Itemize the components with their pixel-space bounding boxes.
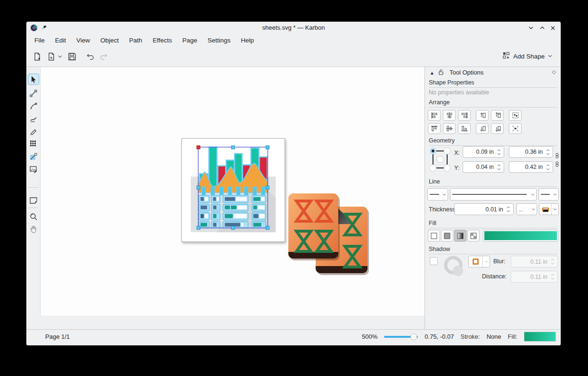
pen-tool[interactable] — [28, 100, 39, 112]
main-toolbar: Add Shape — [26, 46, 561, 67]
open-document-icon[interactable] — [46, 51, 57, 62]
collapse-icon[interactable]: ▲ — [430, 70, 434, 75]
align-left-button[interactable] — [428, 110, 441, 121]
send-to-back-button[interactable] — [491, 123, 504, 134]
pan-tool[interactable] — [28, 224, 39, 235]
menu-item-help[interactable]: Help — [236, 35, 259, 45]
x-label: X: — [454, 150, 460, 156]
align-bottom-button[interactable] — [458, 123, 471, 134]
fill-pattern-button[interactable] — [467, 230, 480, 242]
dash-pattern-combo[interactable]: ... — [516, 203, 537, 215]
fill-solid-button[interactable] — [441, 230, 453, 242]
align-top-button[interactable] — [428, 123, 441, 134]
height-spinbox[interactable]: 0.42 in — [509, 161, 553, 173]
gradient-tool[interactable] — [28, 151, 39, 162]
no-properties-text: No properties available — [429, 89, 489, 96]
bring-to-front-button[interactable] — [491, 110, 504, 121]
menu-item-settings[interactable]: Settings — [202, 35, 236, 45]
fill-none-button[interactable] — [428, 230, 440, 242]
align-hcenter-button[interactable] — [443, 110, 456, 121]
open-dropdown-chevron-icon[interactable] — [57, 51, 63, 62]
undo-icon[interactable] — [85, 51, 96, 62]
menu-item-effects[interactable]: Effects — [147, 35, 177, 45]
ungroup-shapes-button[interactable] — [509, 123, 522, 134]
raise-shape-button[interactable] — [476, 110, 489, 121]
add-shape-chevron-icon — [548, 55, 552, 58]
karbon-window: sheets.svg * — Karbon FileEditViewObject… — [26, 21, 561, 346]
x-spinbox[interactable]: 0.09 in — [463, 146, 504, 158]
shadow-enable-checkbox[interactable] — [430, 257, 438, 265]
cap-join-style-button[interactable] — [539, 203, 559, 215]
stroke-value: None — [487, 333, 501, 340]
menu-item-object[interactable]: Object — [95, 35, 124, 45]
chart-artwork[interactable] — [182, 139, 285, 242]
new-document-icon[interactable] — [32, 51, 42, 62]
chart-band — [199, 187, 268, 192]
lower-shape-button[interactable] — [476, 123, 489, 134]
shadow-preview[interactable] — [444, 256, 466, 280]
sheets-icon-artwork[interactable] — [287, 191, 371, 276]
keep-ratio-chain-icon[interactable] — [555, 153, 559, 160]
menu-item-view[interactable]: View — [71, 35, 95, 45]
menubar: FileEditViewObjectPathEffectsPageSetting… — [29, 34, 259, 46]
gradient-preview[interactable] — [483, 230, 558, 242]
edit-path-tool[interactable] — [28, 88, 39, 99]
shape-properties-header: Shape Properties — [429, 79, 557, 88]
group-shapes-button[interactable] — [509, 110, 522, 121]
menu-item-page[interactable]: Page — [177, 35, 203, 45]
keep-ratio-chain-icon-2[interactable] — [555, 161, 559, 168]
lock-icon[interactable] — [438, 69, 444, 76]
dock-separator — [28, 187, 38, 188]
align-vcenter-button[interactable] — [443, 123, 456, 134]
zoom-level[interactable]: 500% — [362, 333, 377, 340]
butt-cap-icon — [542, 207, 549, 212]
menu-item-file[interactable]: File — [29, 35, 50, 45]
fill-gradient-button[interactable] — [454, 230, 466, 242]
add-shape-icon — [503, 52, 510, 60]
tool-dock — [26, 67, 40, 330]
menu-item-path[interactable]: Path — [124, 35, 147, 45]
minimize-button[interactable] — [527, 24, 535, 32]
status-bar: Page 1/1 500% 0.75, -0.07 Stroke: None F… — [26, 329, 561, 343]
float-docker-icon[interactable]: ◇ — [552, 69, 556, 75]
distance-label: Distance: — [482, 273, 506, 280]
fill-header: Fill — [429, 220, 557, 228]
zoom-slider[interactable] — [384, 334, 418, 340]
y-label: Y: — [454, 165, 459, 171]
align-right-button[interactable] — [458, 110, 471, 121]
calligraphy-tool[interactable] — [28, 113, 39, 125]
shadow-color-button[interactable] — [468, 256, 490, 267]
redo-icon[interactable] — [98, 51, 109, 62]
tool-options-docker: ▲ Tool Options ◇ Shape Properties No pro… — [425, 67, 561, 330]
fill-swatch[interactable] — [524, 332, 556, 342]
zoom-tool[interactable] — [28, 211, 39, 222]
shape-edit-tool[interactable] — [28, 194, 39, 206]
thickness-spinbox[interactable]: 0.01 in — [454, 203, 514, 215]
line-start-marker-combo[interactable] — [427, 188, 448, 201]
page-indicator: Page 1/1 — [45, 333, 70, 340]
save-icon[interactable] — [67, 51, 77, 62]
line-style-combo[interactable] — [450, 188, 537, 201]
docker-title[interactable]: Tool Options — [449, 69, 483, 76]
distance-spinbox[interactable]: 0.11 in — [511, 271, 558, 283]
pattern-tool[interactable] — [28, 138, 39, 150]
image-tool[interactable] — [28, 164, 39, 175]
blur-spinbox[interactable]: 0.11 in — [511, 256, 558, 267]
canvas[interactable] — [40, 67, 425, 316]
maximize-button[interactable] — [538, 24, 547, 32]
select-tool[interactable] — [28, 74, 39, 85]
close-button[interactable] — [548, 24, 557, 32]
fill-label: Fill: — [508, 333, 517, 340]
titlebar[interactable]: sheets.svg * — Karbon — [26, 22, 561, 34]
zoom-slider-handle[interactable] — [410, 334, 417, 340]
anchor-selector[interactable] — [429, 147, 451, 173]
add-shape-button[interactable]: Add Shape — [501, 51, 554, 61]
document-page[interactable] — [181, 138, 285, 242]
stroke-label: Stroke: — [461, 333, 480, 340]
cursor-coordinates: 0.75, -0.07 — [425, 333, 454, 340]
menu-item-edit[interactable]: Edit — [50, 35, 71, 45]
pencil-tool[interactable] — [28, 125, 39, 137]
line-end-marker-combo[interactable] — [539, 188, 559, 201]
width-spinbox[interactable]: 0.36 in — [509, 146, 553, 158]
y-spinbox[interactable]: 0.04 in — [463, 161, 504, 173]
